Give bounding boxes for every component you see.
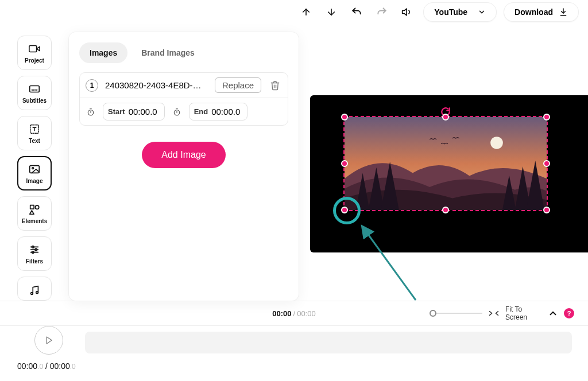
play-timecode: 00:00.0 / 00:00.0 [17,361,76,371]
image-item-card: 1 24030820-2403-4E8D-… Replace Start End [79,72,288,126]
stopwatch-icon [86,107,96,117]
current-time: 00:00 [272,309,291,318]
svg-marker-0 [403,9,407,15]
resize-handle-tr[interactable] [543,114,550,120]
platform-label: YouTube [434,7,467,17]
sidebar-item-text[interactable]: Text [17,116,52,150]
svg-point-10 [35,205,38,209]
download-button[interactable]: Download [504,2,579,22]
download-label: Download [514,7,553,17]
image-preview [345,117,547,210]
resize-handle-tl[interactable] [341,114,348,120]
svg-rect-1 [29,45,37,52]
zoom-slider[interactable] [433,313,482,314]
video-icon [28,42,41,55]
resize-handle-bm[interactable] [442,207,449,213]
resize-handle-tm[interactable] [442,114,449,120]
play-separator: / [43,361,50,371]
timeline-area: 00:00.0 / 00:00.0 [0,326,588,381]
canvas-preview[interactable] [310,95,588,252]
move-up-button[interactable] [297,3,315,21]
stopwatch-icon [172,107,182,117]
chevron-up-icon[interactable] [548,308,558,318]
play-current-ms: .0 [37,363,43,371]
sidebar-item-label: Project [25,57,44,64]
start-label: Start [108,107,125,116]
delete-button[interactable] [268,79,282,92]
resize-handle-bl[interactable] [341,207,348,213]
sidebar-item-label: Filters [26,258,43,265]
play-icon [44,335,54,345]
play-button[interactable] [34,326,63,355]
resize-handle-mr[interactable] [543,160,550,167]
replace-button[interactable]: Replace [215,77,261,93]
item-filename: 24030820-2403-4E8D-… [105,80,208,90]
sidebar-item-label: Subtitles [22,98,47,104]
music-icon [28,284,41,297]
end-value[interactable] [211,107,242,116]
tab-images[interactable]: Images [79,42,127,63]
sidebar-item-subtitles[interactable]: Subtitles [17,76,52,110]
sidebar-item-label: Text [29,138,40,144]
redo-button[interactable] [373,3,391,21]
status-strip: 00:00/00:00 Fit To Screen ? [0,301,588,326]
svg-marker-32 [47,337,52,344]
svg-rect-9 [30,205,34,208]
chevron-down-icon [478,8,486,16]
help-button[interactable]: ? [564,308,574,318]
move-down-button[interactable] [322,3,341,21]
elements-icon [28,203,41,216]
selection-box[interactable] [343,116,548,211]
svg-marker-11 [30,210,34,213]
start-value[interactable] [129,107,160,116]
start-time-input[interactable]: Start [103,103,165,120]
sidebar-item-elements[interactable]: Elements [17,196,52,231]
svg-point-19 [36,291,38,294]
end-time-input[interactable]: End [189,103,248,120]
fit-to-screen-button[interactable]: Fit To Screen [505,305,542,322]
image-icon [28,163,41,176]
audio-button[interactable] [398,3,416,21]
svg-marker-2 [37,46,40,50]
platform-select[interactable]: YouTube [423,2,497,22]
subtitles-icon [28,83,41,95]
svg-point-18 [31,293,33,295]
svg-point-23 [490,137,503,149]
play-total-ms: .0 [70,363,76,371]
trash-icon [270,80,280,91]
fit-icon [488,309,500,317]
resize-handle-br[interactable] [543,207,550,213]
zoom-knob[interactable] [430,310,436,317]
resize-handle-ml[interactable] [341,160,348,167]
play-current-main: 00:00 [17,361,37,371]
sidebar-item-label: Image [26,178,43,184]
svg-rect-3 [30,85,40,92]
add-image-button[interactable]: Add Image [142,142,225,168]
sidebar-item-audio[interactable] [17,277,52,301]
timeline-track[interactable] [85,332,572,353]
sidebar-item-project[interactable]: Project [17,36,52,70]
sidebar-item-image[interactable]: Image [17,156,52,190]
sidebar-item-filters[interactable]: Filters [17,236,52,271]
filters-icon [28,243,41,256]
timecode-display: 00:00/00:00 [272,309,315,318]
text-icon [28,123,41,135]
total-time: 00:00 [297,309,316,318]
image-panel: Images Brand Images 1 24030820-2403-4E8D… [69,32,299,301]
download-icon [559,7,568,17]
end-label: End [194,107,208,116]
sidebar-item-label: Elements [22,218,47,224]
svg-point-8 [32,167,34,169]
svg-rect-7 [30,165,40,173]
item-index: 1 [86,79,98,92]
play-total-main: 00:00 [50,361,70,371]
tab-brand-images[interactable]: Brand Images [131,42,205,63]
undo-button[interactable] [347,3,366,21]
